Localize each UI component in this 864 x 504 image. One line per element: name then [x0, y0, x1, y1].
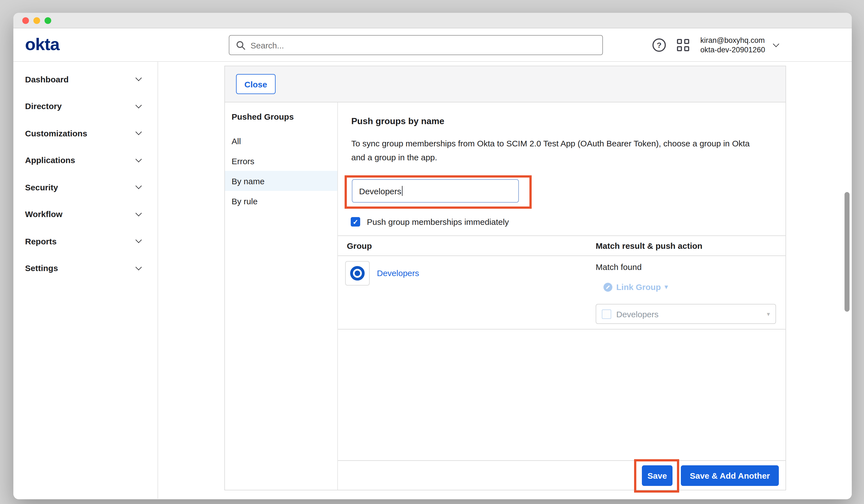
push-groups-panel: Close Pushed Groups All Errors By name B… — [224, 66, 786, 490]
selected-group-value: Developers — [616, 309, 659, 319]
window-minimize-button[interactable] — [33, 17, 40, 24]
desktop-background: okta Search... ? — [0, 0, 864, 504]
grid-square — [677, 46, 682, 51]
sidebar-item-label: Workflow — [25, 209, 62, 219]
match-table: Group Match result & push action Develop… — [338, 236, 785, 329]
app-header: okta Search... ? — [13, 28, 852, 62]
dropdown-caret-icon: ▾ — [665, 284, 668, 290]
matched-group-select[interactable]: Developers ▾ — [596, 304, 776, 324]
save-button[interactable]: Save — [642, 465, 672, 485]
select-caret-icon: ▾ — [767, 311, 770, 317]
window-titlebar — [13, 13, 852, 28]
account-org: okta-dev-20901260 — [700, 45, 765, 55]
checkbox-checked-icon[interactable]: ✓ — [351, 217, 360, 227]
push-by-name-section: Push groups by name To sync group member… — [338, 103, 785, 490]
chevron-down-icon — [135, 75, 142, 81]
save-add-another-button[interactable]: Save & Add Another — [681, 465, 779, 485]
header-actions: ? kiran@boxyhq.com okta-dev-20901260 — [652, 28, 779, 62]
okta-logo[interactable]: okta — [25, 35, 60, 54]
table-header: Group Match result & push action — [338, 236, 785, 256]
chevron-down-icon — [135, 102, 142, 108]
chevron-down-icon — [135, 264, 142, 270]
scrollbar-thumb[interactable] — [844, 192, 850, 312]
group-placeholder-icon — [602, 309, 611, 319]
link-group-icon — [603, 283, 612, 291]
close-button[interactable]: Close — [236, 74, 276, 94]
sidebar-item-label: Dashboard — [25, 75, 69, 84]
sidebar: Dashboard Directory Customizations Appli… — [13, 62, 158, 499]
text-cursor-icon — [402, 186, 403, 196]
account-email: kiran@boxyhq.com — [700, 36, 765, 45]
chevron-down-icon — [135, 210, 142, 216]
group-cell: Developers — [338, 256, 596, 329]
match-status: Match found — [596, 262, 785, 272]
sidebar-item-workflow[interactable]: Workflow — [13, 201, 158, 228]
main-content: Close Pushed Groups All Errors By name B… — [158, 62, 852, 499]
sidebar-item-settings[interactable]: Settings — [13, 255, 158, 281]
account-menu[interactable]: kiran@boxyhq.com okta-dev-20901260 — [700, 36, 779, 55]
help-icon[interactable]: ? — [652, 38, 666, 52]
group-input-value: Developers — [359, 186, 401, 196]
group-search-input[interactable]: Developers — [352, 179, 519, 203]
grid-square — [684, 39, 689, 44]
subnav-item-errors[interactable]: Errors — [225, 151, 337, 171]
panel-toolbar: Close — [225, 66, 785, 103]
subnav-item-by-name[interactable]: By name — [225, 171, 337, 191]
sidebar-item-label: Reports — [25, 237, 57, 246]
push-immediately-option[interactable]: ✓ Push group memberships immediately — [351, 217, 785, 227]
section-title: Push groups by name — [351, 116, 772, 127]
subnav-title: Pushed Groups — [225, 103, 337, 121]
app-body: Dashboard Directory Customizations Appli… — [13, 62, 852, 499]
sidebar-item-dashboard[interactable]: Dashboard — [13, 66, 158, 93]
browser-window: okta Search... ? — [13, 13, 852, 499]
sidebar-item-label: Settings — [25, 264, 58, 273]
dialog-footer: Save Save & Add Another — [338, 460, 785, 490]
sidebar-item-label: Customizations — [25, 129, 87, 138]
search-bar[interactable]: Search... — [229, 35, 603, 55]
grid-square — [684, 46, 689, 51]
search-icon — [236, 40, 245, 50]
chevron-down-icon — [135, 183, 142, 189]
apps-grid-icon[interactable] — [677, 39, 689, 51]
sidebar-item-applications[interactable]: Applications — [13, 147, 158, 174]
section-description: To sync group memberships from Okta to S… — [351, 136, 764, 164]
column-header-group: Group — [338, 241, 596, 251]
chevron-down-icon — [135, 237, 142, 243]
content-spacer — [338, 329, 785, 460]
table-row: Developers Match found Link Group ▾ — [338, 256, 785, 329]
pushed-groups-subnav: Pushed Groups All Errors By name By rule — [225, 103, 338, 490]
column-header-match: Match result & push action — [596, 241, 785, 251]
group-icon — [345, 261, 370, 286]
sidebar-item-label: Applications — [25, 156, 75, 165]
sidebar-item-customizations[interactable]: Customizations — [13, 120, 158, 147]
window-zoom-button[interactable] — [45, 17, 51, 24]
screenshot-root: okta Search... ? — [0, 0, 864, 504]
sidebar-item-reports[interactable]: Reports — [13, 228, 158, 255]
chevron-down-icon — [135, 156, 142, 162]
sidebar-item-security[interactable]: Security — [13, 174, 158, 201]
chevron-down-icon — [135, 129, 142, 135]
group-donut-icon — [350, 266, 365, 280]
checkbox-label: Push group memberships immediately — [367, 217, 509, 227]
link-group-dropdown[interactable]: Link Group ▾ — [603, 282, 785, 292]
group-link-developers[interactable]: Developers — [377, 268, 419, 278]
match-cell: Match found Link Group ▾ — [596, 256, 785, 329]
chevron-down-icon — [773, 41, 779, 47]
search-placeholder: Search... — [251, 40, 284, 50]
subnav-item-all[interactable]: All — [225, 131, 337, 151]
sidebar-item-directory[interactable]: Directory — [13, 93, 158, 120]
grid-square — [677, 39, 682, 44]
sidebar-item-label: Directory — [25, 101, 62, 111]
sidebar-item-label: Security — [25, 182, 58, 192]
subnav-item-by-rule[interactable]: By rule — [225, 191, 337, 211]
window-close-button[interactable] — [22, 17, 29, 24]
link-group-label: Link Group — [616, 282, 661, 292]
